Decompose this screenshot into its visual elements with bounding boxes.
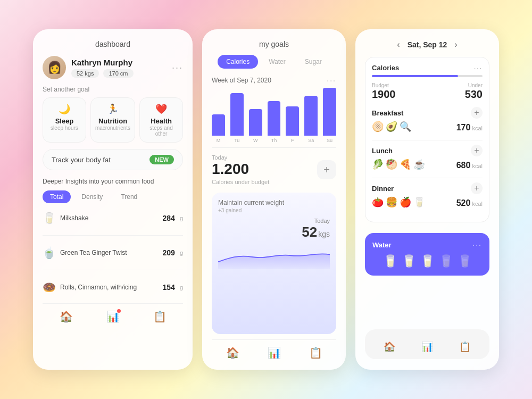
nav-home-icon[interactable]: 🏠 — [60, 310, 73, 323]
breakfast-kcal: 170 kcal — [456, 123, 483, 132]
weight-badge: 52 kgs — [71, 69, 99, 78]
height-badge: 170 cm — [103, 69, 133, 78]
cal-budget-row: Budget 1900 Under 530 — [372, 82, 483, 101]
under-value: 530 — [465, 88, 483, 101]
water-cup-1[interactable]: 🥛 — [383, 254, 397, 268]
food-item-rolls[interactable]: 🍩 Rolls, Cinnamon, with/icing 154 g — [43, 279, 183, 296]
goal-sub-health: steps and other — [144, 125, 178, 137]
card-dashboard: dashboard 👩 Kathryn Murphy 52 kgs 170 cm… — [33, 29, 193, 370]
bottom-nav2-row: 🏠 📊 📋 — [370, 336, 484, 353]
tab-sugar[interactable]: Sugar — [296, 55, 330, 69]
lunch-icon-1: 🥬 — [372, 159, 384, 170]
goal-name-sleep: Sleep — [47, 117, 81, 125]
card-tracker: ‹ Sat, Sep 12 › Calories ··· Budget 1900… — [355, 29, 499, 370]
nav3-home-icon[interactable]: 🏠 — [384, 341, 395, 353]
card-goals: my goals Calories Water Sugar Week of Se… — [202, 29, 346, 370]
dinner-header: Dinner + — [372, 182, 483, 194]
nav-clipboard-icon[interactable]: 📋 — [153, 310, 167, 323]
bar-friday-fill — [286, 106, 299, 136]
add-breakfast-button[interactable]: + — [471, 107, 483, 119]
insights-label: Deeper Insights into your common food — [43, 178, 183, 185]
bar-sunday: Su — [323, 88, 336, 143]
bar-wednesday: W — [249, 109, 262, 143]
bar-saturday-label: Sa — [308, 138, 314, 143]
date-prev-button[interactable]: ‹ — [397, 40, 400, 49]
add-lunch-button[interactable]: + — [471, 145, 483, 156]
today-info: Today 1.200 Calories under budget — [212, 154, 269, 185]
food-amount-rolls: 154 — [163, 283, 175, 292]
goal-card-health[interactable]: ❤️ Health steps and other — [139, 97, 183, 143]
nav2-home-icon[interactable]: 🏠 — [226, 346, 239, 359]
budget-value: 1900 — [372, 88, 396, 101]
bar-thursday: Th — [268, 101, 281, 143]
goal-sub-nutrition: macronutrients — [95, 125, 130, 131]
water-cup-2[interactable]: 🥛 — [402, 254, 416, 268]
week-label: Week of Sep 7, 2020 — [212, 77, 271, 84]
water-title: Water — [372, 241, 392, 249]
lunch-icon-3: 🍕 — [400, 159, 411, 170]
bar-chart: M Tu W Th F Sa Su — [212, 90, 336, 143]
weight-wave-chart — [218, 244, 330, 270]
milkshake-icon: 🥛 — [43, 212, 56, 225]
dinner-icon-1: 🍅 — [372, 196, 384, 208]
dinner-icon-2: 🍔 — [386, 196, 397, 208]
goals-tabs: Calories Water Sugar — [212, 55, 336, 69]
water-header: Water ··· — [372, 240, 482, 249]
water-cup-3[interactable]: 🥛 — [420, 254, 435, 268]
under-label: Under — [465, 82, 483, 88]
food-unit-greentea: g — [180, 250, 183, 256]
maintain-label: Maintain current weight — [218, 199, 330, 206]
meal-lunch: Lunch + 🥬 🥙 🍕 ☕ 680 kcal — [372, 145, 483, 172]
dinner-content: 🍅 🍔 🍎 🥛 520 kcal — [372, 196, 483, 210]
goal-name-health: Health — [144, 117, 178, 125]
nav2-chart-icon[interactable]: 📊 — [268, 346, 281, 359]
today-row: Today 1.200 Calories under budget + — [212, 154, 336, 185]
nav3-clipboard-icon[interactable]: 📋 — [459, 341, 471, 353]
food-item-greentea[interactable]: 🍵 Green Tea Ginger Twist 209 g — [43, 244, 183, 261]
add-dinner-button[interactable]: + — [471, 182, 483, 194]
breakfast-icon-1: 🫓 — [372, 121, 384, 132]
bar-saturday: Sa — [304, 96, 318, 143]
food-unit-rolls: g — [180, 284, 183, 290]
profile-info: Kathryn Murphy 52 kgs 170 cm — [71, 58, 167, 78]
week-more-button[interactable]: ··· — [327, 76, 336, 85]
filter-trend[interactable]: Trend — [113, 190, 145, 203]
dinner-icon-3: 🍎 — [400, 196, 411, 208]
bar-saturday-fill — [304, 96, 318, 136]
goal-card-nutrition[interactable]: 🏃 Nutrition macronutrients — [90, 97, 135, 143]
food-item-milkshake[interactable]: 🥛 Milkshake 284 g — [43, 210, 183, 227]
date-next-button[interactable]: › — [454, 40, 457, 49]
water-cup-4[interactable]: 🥛 — [439, 254, 453, 268]
filter-density[interactable]: Density — [74, 190, 110, 203]
bar-friday: F — [286, 106, 299, 143]
add-calories-button[interactable]: + — [317, 160, 336, 179]
track-label: Track your body fat — [52, 156, 111, 164]
meal-breakfast: Breakfast + 🫓 🥑 🔍 170 kcal — [372, 107, 483, 135]
meal-dinner: Dinner + 🍅 🍔 🍎 🥛 520 kcal — [372, 182, 483, 210]
lunch-icon-4: ☕ — [413, 159, 425, 170]
dinner-name: Dinner — [372, 185, 394, 193]
goal-card-sleep[interactable]: 🌙 Sleep sleep hours — [43, 97, 86, 143]
water-more-button[interactable]: ··· — [472, 240, 482, 249]
tab-water[interactable]: Water — [260, 55, 294, 69]
nav3-chart-icon[interactable]: 📊 — [421, 341, 433, 353]
today-label: Today — [212, 154, 269, 161]
profile-more-button[interactable]: ··· — [172, 62, 183, 73]
filter-total[interactable]: Total — [43, 190, 71, 203]
track-body-fat-row[interactable]: Track your body fat NEW — [43, 149, 183, 170]
bar-sunday-fill — [323, 88, 336, 136]
food-list: 🥛 Milkshake 284 g 🍵 Green Tea Ginger Twi… — [43, 210, 183, 296]
week-header: Week of Sep 7, 2020 ··· — [212, 76, 336, 85]
food-name-milkshake: Milkshake — [60, 214, 159, 222]
water-cup-5[interactable]: 🥛 — [458, 254, 472, 268]
bar-sunday-label: Su — [327, 138, 332, 143]
nav2-clipboard-icon[interactable]: 📋 — [309, 346, 322, 359]
tab-calories[interactable]: Calories — [218, 55, 258, 69]
goal-sub-sleep: sleep hours — [47, 125, 81, 131]
nav-chart-badge[interactable]: 📊 — [106, 310, 120, 323]
budget-item: Budget 1900 — [372, 82, 396, 101]
bar-tuesday-label: Tu — [234, 138, 239, 143]
cal-more-button[interactable]: ··· — [474, 64, 483, 72]
dinner-kcal: 520 kcal — [456, 198, 483, 208]
lunch-kcal: 680 kcal — [456, 161, 483, 170]
